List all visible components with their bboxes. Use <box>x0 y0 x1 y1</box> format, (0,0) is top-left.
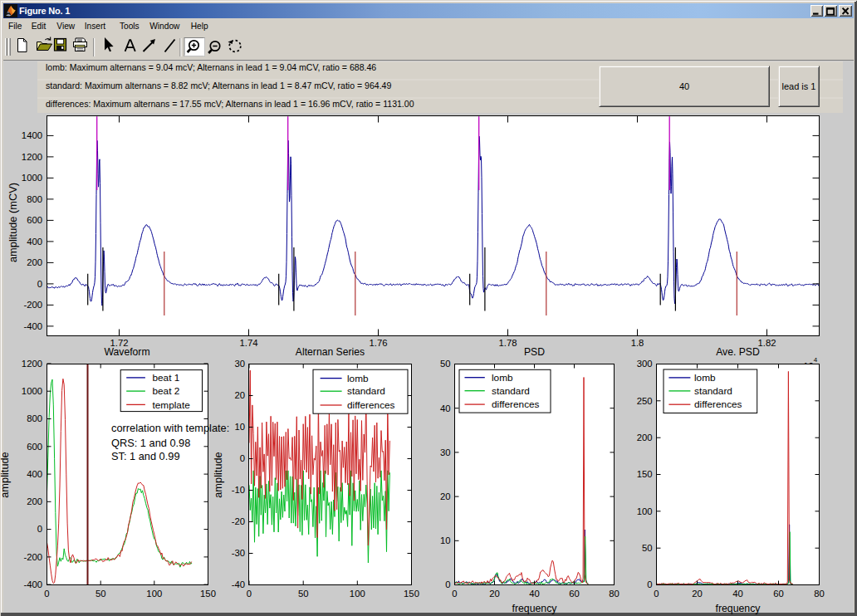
svg-text:lomb: lomb <box>492 372 513 384</box>
svg-text:20: 20 <box>440 491 451 501</box>
svg-text:150: 150 <box>404 589 419 599</box>
svg-text:1000: 1000 <box>22 386 42 396</box>
svg-text:0: 0 <box>240 453 245 463</box>
svg-text:template: template <box>153 399 191 411</box>
svg-text:lomb: lomb <box>694 372 716 384</box>
svg-text:40: 40 <box>732 589 743 599</box>
svg-text:frequency: frequency <box>512 603 557 614</box>
svg-text:600: 600 <box>27 442 42 452</box>
svg-text:-40: -40 <box>232 579 245 589</box>
svg-text:150: 150 <box>637 469 653 479</box>
svg-text:80: 80 <box>609 589 619 599</box>
svg-text:60: 60 <box>569 589 580 599</box>
svg-text:1.82: 1.82 <box>758 338 776 348</box>
svg-text:10: 10 <box>234 422 245 432</box>
svg-text:correlation with template:: correlation with template: <box>111 422 229 434</box>
svg-text:-200: -200 <box>23 300 42 310</box>
svg-text:400: 400 <box>27 469 42 479</box>
svg-text:1.78: 1.78 <box>499 338 517 348</box>
svg-text:Waveform: Waveform <box>104 346 149 358</box>
svg-text:0: 0 <box>247 589 252 599</box>
svg-text:lomb: lomb <box>347 373 369 384</box>
svg-text:800: 800 <box>27 194 42 204</box>
svg-text:-200: -200 <box>23 552 42 562</box>
svg-text:standard: standard <box>492 385 530 397</box>
svg-text:beat 2: beat 2 <box>153 385 180 397</box>
svg-text:1.8: 1.8 <box>631 338 644 348</box>
svg-text:600: 600 <box>27 215 42 225</box>
svg-text:30: 30 <box>234 359 245 369</box>
svg-text:0: 0 <box>37 524 42 534</box>
svg-text:80: 80 <box>814 589 825 599</box>
svg-text:200: 200 <box>27 257 42 267</box>
svg-text:10: 10 <box>440 535 451 545</box>
svg-text:200: 200 <box>637 433 653 442</box>
svg-text:20: 20 <box>692 589 703 599</box>
svg-text:differences: differences <box>347 399 395 411</box>
svg-text:800: 800 <box>27 413 42 423</box>
svg-text:1200: 1200 <box>22 152 42 162</box>
svg-text:1200: 1200 <box>22 359 42 369</box>
svg-text:beat 1: beat 1 <box>153 372 180 384</box>
svg-text:frequency: frequency <box>715 603 761 614</box>
svg-text:standard: standard <box>347 385 385 397</box>
svg-text:-20: -20 <box>232 516 245 526</box>
svg-text:100: 100 <box>146 589 162 599</box>
svg-text:50: 50 <box>642 543 653 553</box>
svg-text:0: 0 <box>647 579 652 589</box>
svg-text:-400: -400 <box>23 579 42 589</box>
svg-text:20: 20 <box>234 390 245 400</box>
svg-text:standard: standard <box>694 385 732 397</box>
svg-text:150: 150 <box>200 589 216 599</box>
svg-text:PSD: PSD <box>524 346 545 358</box>
svg-text:differences: differences <box>492 398 540 410</box>
svg-text:0: 0 <box>37 279 42 289</box>
svg-text:1000: 1000 <box>22 173 42 183</box>
svg-text:100: 100 <box>637 506 653 516</box>
svg-text:-30: -30 <box>232 548 245 558</box>
svg-text:0: 0 <box>44 589 49 599</box>
svg-text:40: 40 <box>529 589 540 599</box>
svg-text:60: 60 <box>773 589 784 599</box>
svg-text:300: 300 <box>637 359 653 369</box>
svg-text:Alternan Series: Alternan Series <box>296 346 365 358</box>
svg-text:differences: differences <box>694 398 742 410</box>
svg-text:400: 400 <box>27 237 42 247</box>
svg-text:amplitude: amplitude <box>212 452 224 498</box>
svg-text:30: 30 <box>440 447 451 457</box>
svg-text:-10: -10 <box>232 485 245 495</box>
svg-text:20: 20 <box>489 589 500 599</box>
svg-text:amplitude: amplitude <box>0 452 11 498</box>
svg-text:QRS: 1 and 0.98: QRS: 1 and 0.98 <box>111 437 190 449</box>
svg-text:Ave. PSD: Ave. PSD <box>716 346 760 358</box>
svg-text:0: 0 <box>445 579 450 589</box>
svg-text:50: 50 <box>95 589 106 599</box>
svg-text:250: 250 <box>637 396 653 406</box>
svg-text:ST: 1 and 0.99: ST: 1 and 0.99 <box>111 450 180 462</box>
svg-text:0: 0 <box>654 589 659 599</box>
svg-text:50: 50 <box>440 359 451 369</box>
svg-text:200: 200 <box>27 496 42 506</box>
svg-text:amplitude (mCV): amplitude (mCV) <box>7 183 19 262</box>
svg-text:1.74: 1.74 <box>240 338 258 348</box>
svg-text:-400: -400 <box>23 321 42 331</box>
svg-text:50: 50 <box>298 589 309 599</box>
svg-text:1400: 1400 <box>22 130 42 140</box>
svg-text:40: 40 <box>440 403 451 413</box>
svg-text:1.76: 1.76 <box>370 338 388 348</box>
svg-text:100: 100 <box>350 589 365 599</box>
svg-text:0: 0 <box>452 589 457 599</box>
